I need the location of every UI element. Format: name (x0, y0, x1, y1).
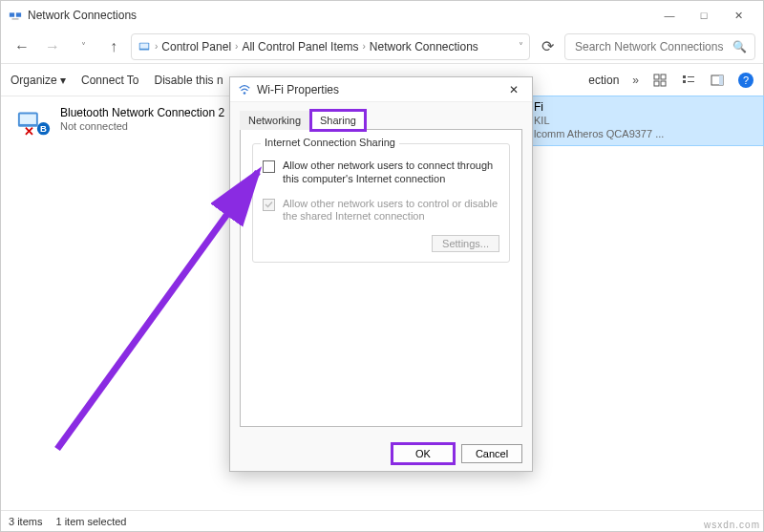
view-icons-icon[interactable] (652, 73, 668, 88)
svg-rect-9 (683, 75, 686, 78)
svg-rect-11 (683, 80, 686, 83)
watermark: wsxdn.com (704, 520, 760, 530)
organize-menu[interactable]: Organize ▾ (11, 74, 66, 87)
overflow-chevron-icon[interactable]: » (632, 74, 639, 87)
bluetooth-connection-icon: B ✕ (16, 106, 53, 140)
help-icon[interactable]: ? (738, 73, 753, 88)
item-count: 3 items (9, 516, 42, 527)
allow-control-checkbox (263, 199, 275, 211)
search-input[interactable] (573, 39, 727, 54)
connect-to-button[interactable]: Connect To (81, 74, 139, 87)
svg-point-20 (244, 92, 246, 95)
allow-control-label: Allow other network users to control or … (283, 198, 499, 224)
connection-status: Not connected (60, 120, 224, 134)
svg-rect-10 (688, 76, 694, 77)
view-details-icon[interactable] (681, 73, 696, 88)
connection-title: Bluetooth Network Connection 2 (60, 106, 224, 120)
dialog-titlebar: Wi-Fi Properties ✕ (230, 77, 532, 102)
titlebar: Network Connections — □ ✕ (1, 1, 763, 30)
connection-line2: KIL (534, 115, 664, 128)
control-panel-icon (138, 40, 151, 53)
close-window-button[interactable]: ✕ (721, 2, 755, 29)
selection-count: 1 item selected (55, 516, 126, 527)
truncated-toolbar-label[interactable]: ection (588, 74, 619, 87)
refresh-button[interactable]: ⟳ (534, 33, 561, 60)
svg-rect-8 (661, 81, 666, 86)
breadcrumb-root[interactable]: Control Panel (161, 40, 231, 53)
connection-item-bluetooth[interactable]: B ✕ Bluetooth Network Connection 2 Not c… (12, 102, 261, 504)
svg-text:✕: ✕ (24, 124, 34, 138)
sharing-tab-panel: Internet Connection Sharing Allow other … (240, 129, 522, 427)
ok-button[interactable]: OK (393, 444, 454, 463)
breadcrumb[interactable]: › Control Panel › All Control Panel Item… (131, 33, 530, 60)
connection-item-wifi[interactable]: Fi KIL lcomm Atheros QCA9377 ... (526, 96, 763, 145)
breadcrumb-leaf[interactable]: Network Connections (370, 40, 478, 53)
cancel-button[interactable]: Cancel (461, 444, 522, 463)
svg-rect-16 (20, 115, 36, 124)
search-icon: 🔍 (732, 40, 747, 53)
search-box[interactable]: 🔍 (564, 33, 755, 60)
back-button[interactable]: ← (9, 33, 35, 60)
tab-sharing[interactable]: Sharing (311, 111, 365, 130)
chevron-down-icon[interactable]: ˅ (70, 33, 96, 60)
maximize-button[interactable]: □ (687, 2, 721, 29)
svg-rect-4 (140, 43, 149, 48)
forward-button[interactable]: → (39, 33, 66, 60)
preview-pane-icon[interactable] (710, 73, 725, 88)
svg-rect-5 (654, 74, 659, 79)
allow-connect-checkbox[interactable] (263, 160, 275, 173)
svg-rect-7 (654, 81, 659, 86)
connection-adapter: lcomm Atheros QCA9377 ... (534, 128, 664, 141)
dialog-tabs: Networking Sharing (240, 110, 522, 129)
svg-text:B: B (40, 124, 47, 135)
navbar: ← → ˅ ↑ › Control Panel › All Control Pa… (1, 30, 763, 64)
svg-rect-6 (661, 74, 666, 79)
settings-button: Settings... (432, 235, 499, 252)
chevron-right-icon: › (155, 41, 158, 52)
wifi-properties-dialog: Wi-Fi Properties ✕ Networking Sharing In… (229, 76, 533, 472)
allow-connect-label: Allow other network users to connect thr… (283, 160, 499, 186)
dialog-button-row: OK Cancel (230, 436, 532, 471)
minimize-button[interactable]: — (652, 2, 687, 29)
svg-rect-14 (719, 75, 723, 85)
svg-rect-12 (688, 81, 694, 82)
wifi-icon (238, 83, 251, 96)
tab-networking[interactable]: Networking (240, 111, 309, 130)
breadcrumb-dropdown-icon[interactable]: ˅ (519, 41, 523, 52)
network-icon (9, 9, 22, 22)
disable-device-button[interactable]: Disable this n (155, 74, 223, 87)
breadcrumb-mid[interactable]: All Control Panel Items (242, 40, 358, 53)
chevron-right-icon: › (362, 41, 365, 52)
dialog-title: Wi-Fi Properties (257, 83, 339, 96)
window-title: Network Connections (28, 9, 652, 22)
dialog-close-button[interactable]: ✕ (503, 79, 524, 100)
connection-title: Fi (534, 100, 664, 115)
svg-rect-2 (12, 19, 19, 20)
ics-groupbox: Internet Connection Sharing Allow other … (252, 143, 510, 263)
svg-rect-1 (16, 12, 21, 16)
ics-group-title: Internet Connection Sharing (261, 137, 399, 148)
chevron-right-icon: › (235, 41, 238, 52)
statusbar: 3 items 1 item selected (1, 510, 763, 531)
svg-rect-0 (10, 12, 14, 16)
up-button[interactable]: ↑ (100, 33, 127, 60)
